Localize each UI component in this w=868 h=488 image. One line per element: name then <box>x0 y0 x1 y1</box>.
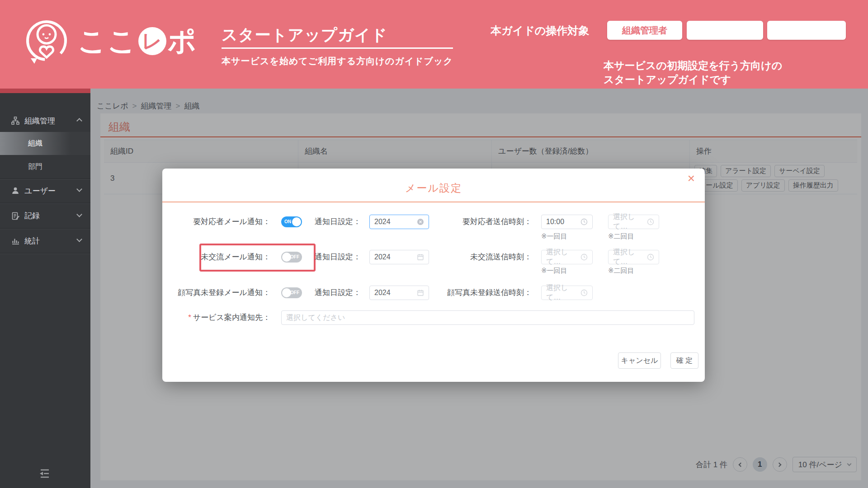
no-interaction-send-time-label: 未交流送信時刻： <box>415 250 532 264</box>
audience-desc-line1: 本サービスの初期設定を行う方向けの <box>604 60 782 71</box>
clock-icon <box>580 253 588 261</box>
mascot-logo-icon <box>22 14 71 69</box>
sidebar-item-records[interactable]: 記録 <box>0 203 90 228</box>
label-text: サービス案内通知先： <box>193 313 270 322</box>
sidebar-nav: 組織管理 組織 部門 ユーザー <box>0 93 90 488</box>
org-chart-icon <box>11 116 20 125</box>
attention-mail-notify-label: 要対応者メール通知： <box>162 215 270 229</box>
first-time-caption: ※一回目 <box>541 266 567 275</box>
no-interaction-mail-notify-label: 未交流メール通知： <box>162 250 270 264</box>
confirm-button[interactable]: 確 定 <box>670 352 698 369</box>
role-button-org-admin[interactable]: 組織管理者 <box>607 21 682 40</box>
clock-icon <box>580 218 588 225</box>
mail-settings-dialog: × メール設定 要対応者メール通知： ON 通知日設定： 2024 要対応者送信… <box>162 169 705 382</box>
guide-title-block: スタートアップガイド 本サービスを始めてご利用する方向けのガイドブック <box>222 24 453 67</box>
input-value: 2024 <box>374 289 417 297</box>
clock-icon <box>647 253 654 261</box>
second-time-caption: ※二回目 <box>608 232 634 241</box>
dialog-title-divider <box>162 202 705 202</box>
input-placeholder: 選択して… <box>546 283 580 302</box>
stats-icon <box>11 236 20 245</box>
guide-header: ここレポ スタートアップガイド 本サービスを始めてご利用する方向けのガイドブック… <box>0 0 868 89</box>
input-placeholder: 選択して… <box>613 248 647 267</box>
audience-desc-line2: スタートアップガイドです <box>604 74 731 85</box>
chevron-down-icon <box>77 186 81 195</box>
cancel-button[interactable]: キャンセル <box>618 352 661 369</box>
sidebar-item-label: ユーザー <box>24 186 56 196</box>
input-value: 10:00 <box>546 218 580 226</box>
notify-date-label: 通知日設定： <box>275 215 361 229</box>
guide-subtitle: 本サービスを始めてご利用する方向けのガイドブック <box>222 55 453 67</box>
role-button-3[interactable] <box>767 21 846 40</box>
sidebar-item-org-management[interactable]: 組織管理 <box>0 109 90 132</box>
sidebar-item-organization[interactable]: 組織 <box>0 132 90 155</box>
input-value: 2024 <box>374 253 417 261</box>
guide-title: スタートアップガイド <box>222 24 453 49</box>
no-photo-send-time-label: 顔写真未登録送信時刻： <box>415 286 532 300</box>
no-photo-send-time-input[interactable]: 選択して… <box>541 286 593 300</box>
no-interaction-send-time1-input[interactable]: 選択して… <box>541 250 593 264</box>
sidebar-item-label: 部門 <box>28 162 42 172</box>
header-red-accent-bar <box>0 89 90 93</box>
chevron-down-icon <box>77 236 81 245</box>
no-photo-mail-notify-label: 顔写真未登録メール通知： <box>162 286 270 300</box>
app-window: ここレポ スタートアップガイド 本サービスを始めてご利用する方向けのガイドブック… <box>0 0 868 488</box>
audience-description: 本サービスの初期設定を行う方向けの スタートアップガイドです <box>604 59 782 87</box>
logo-text-part1: ここ <box>78 22 137 60</box>
kokorepo-logo: ここレポ <box>22 14 197 69</box>
user-icon <box>11 186 20 195</box>
logo-text: ここレポ <box>78 22 197 60</box>
notify-date-label: 通知日設定： <box>275 286 361 300</box>
clock-icon <box>580 289 588 296</box>
notify-date-label: 通知日設定： <box>275 250 361 264</box>
attention-send-time2-input[interactable]: 選択して… <box>608 215 659 229</box>
sidebar-item-users[interactable]: ユーザー <box>0 179 90 202</box>
input-value: 2024 <box>374 218 417 226</box>
sidebar-item-label: 記録 <box>24 211 40 221</box>
collapse-menu-icon[interactable] <box>38 468 52 479</box>
first-time-caption: ※一回目 <box>541 232 567 241</box>
sidebar-item-statistics[interactable]: 統計 <box>0 229 90 253</box>
second-time-caption: ※二回目 <box>608 266 634 275</box>
logo-accent-disc: レ <box>138 27 166 55</box>
sidebar-item-department[interactable]: 部門 <box>0 155 90 178</box>
logo-text-part2: ポ <box>168 22 197 60</box>
chevron-up-icon <box>77 116 81 125</box>
input-placeholder: 選択して… <box>546 248 580 267</box>
sidebar-divider <box>0 253 90 254</box>
attention-send-time1-input[interactable]: 10:00 <box>541 215 593 229</box>
input-placeholder: 選択して… <box>613 212 647 231</box>
required-asterisk: * <box>188 313 191 322</box>
sidebar-item-label: 組織 <box>28 139 42 148</box>
role-button-2[interactable] <box>687 21 763 40</box>
dialog-title: メール設定 <box>162 181 705 195</box>
service-info-dest-label: *サービス案内通知先： <box>162 310 270 325</box>
sidebar-item-label: 組織管理 <box>24 116 55 126</box>
sidebar-item-label: 統計 <box>24 236 40 246</box>
audience-label: 本ガイドの操作対象 <box>491 23 589 38</box>
clock-icon <box>647 218 654 225</box>
record-icon <box>11 211 20 221</box>
input-placeholder: 選択してください <box>286 313 689 323</box>
chevron-down-icon <box>77 211 81 221</box>
service-info-dest-input[interactable]: 選択してください <box>281 310 694 325</box>
logo-accent-char: レ <box>142 28 163 55</box>
no-interaction-send-time2-input[interactable]: 選択して… <box>608 250 659 264</box>
attention-send-time-label: 要対応者送信時刻： <box>415 215 532 229</box>
